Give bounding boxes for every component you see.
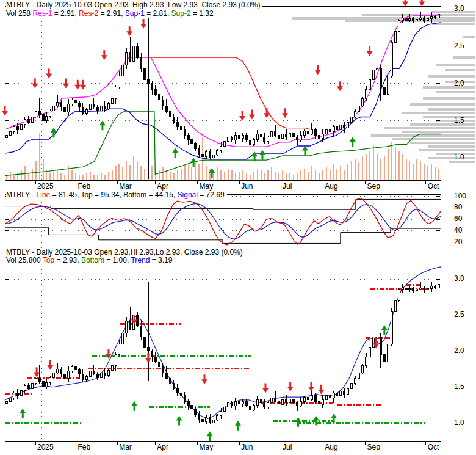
sup1-legend-value: = 2.81, (145, 9, 171, 18)
trend-label: Trend (131, 256, 150, 264)
price-axis-label: 1.0 (454, 418, 464, 427)
month-label: Mar (119, 443, 132, 451)
oscillator-line-label: Line (37, 191, 51, 199)
month-label: Feb (78, 182, 90, 191)
sup1-legend-label: Sup-1 (125, 9, 145, 18)
month-label: Aug (325, 182, 337, 191)
panel1-title: MTBLY - Daily 2025-10-03 Open 2.93 High … (6, 1, 260, 9)
oscillator-signal-value: = 72.69 (198, 191, 225, 199)
month-label: Sep (367, 443, 380, 451)
price-axis-label: 1.5 (454, 382, 464, 391)
charting-app-window: { "colors":{"res1":"#FF00FF","res2":"#FF… (0, 0, 476, 455)
panel2-header: MTBLY - Line = 81.45, Top = 95.34, Botto… (6, 191, 227, 199)
month-label: Jul (283, 182, 292, 191)
res2-legend-label: Res-2 (79, 9, 98, 18)
month-label: Apr (157, 182, 168, 191)
month-label: Mar (119, 182, 132, 191)
oscillator-axis-label: 80 (454, 203, 462, 211)
multi-panel-stock-chart (0, 0, 476, 455)
price-axis-label: 1.5 (454, 116, 464, 125)
month-label: Jun (241, 443, 253, 451)
panel3-volume-value: Vol 25,800 (6, 256, 43, 264)
sup2-legend-label: Sup-2 (171, 9, 191, 18)
panel3-title: MTBLY - Daily 2025-10-03 Open 2.93,Hi 2.… (6, 248, 243, 257)
price-axis-label: 3.0 (454, 274, 464, 283)
price-axis-label: 2.5 (454, 42, 464, 50)
oscillator-axis-label: 20 (454, 238, 462, 246)
month-label: Sep (367, 182, 380, 191)
month-label: Apr (157, 443, 168, 451)
month-label: Jul (283, 443, 292, 451)
month-label: Feb (78, 443, 90, 451)
res2-legend-value: = 2.91, (98, 9, 125, 18)
oscillator-axis-label: 40 (454, 226, 462, 235)
panel1-volume-value: Vol 258 (6, 9, 32, 18)
month-label: 2025 (37, 182, 54, 191)
month-label: May (200, 182, 214, 191)
month-label: Oct (428, 182, 439, 191)
oscillator-signal-label: Signal (178, 191, 198, 199)
oscillator-line-values: = 81.45, Top = 95.34, Bottom = 44.15, (50, 191, 177, 199)
trend-value: = 3.19 (150, 256, 172, 264)
month-label: Aug (325, 443, 337, 451)
panel1-header-line2: Vol 258 Res-1 = 2.91, Res-2 = 2.91, Sup-… (6, 10, 216, 18)
month-label: May (200, 443, 214, 451)
oscillator-axis-label: 60 (454, 214, 462, 223)
month-label: Oct (428, 443, 439, 451)
panel1-header-line1: MTBLY - Daily 2025-10-03 Open 2.93 High … (6, 1, 262, 9)
oscillator-axis-label: 100 (454, 192, 466, 200)
top-level-value: = 2.93, (54, 256, 81, 264)
panel2-symbol: MTBLY - (6, 191, 37, 199)
price-axis-label: 1.0 (454, 153, 464, 161)
price-axis-label: 3.0 (454, 4, 464, 13)
bottom-level-label: Bottom (81, 256, 104, 264)
bottom-level-value: = 1.00, (104, 256, 131, 264)
month-label: 2025 (37, 443, 54, 451)
sup2-legend-value: = 1.32 (191, 9, 214, 18)
res1-legend-value: = 2.91, (52, 9, 79, 18)
month-label: Jun (241, 182, 253, 191)
panel3-header-line2: Vol 25,800 Top = 2.93, Bottom = 1.00, Tr… (6, 257, 175, 264)
price-axis-label: 2.0 (454, 346, 464, 355)
price-axis-label: 2.5 (454, 310, 464, 319)
top-level-label: Top (43, 256, 54, 264)
price-axis-label: 2.0 (454, 79, 464, 87)
res1-legend-label: Res-1 (32, 9, 52, 18)
